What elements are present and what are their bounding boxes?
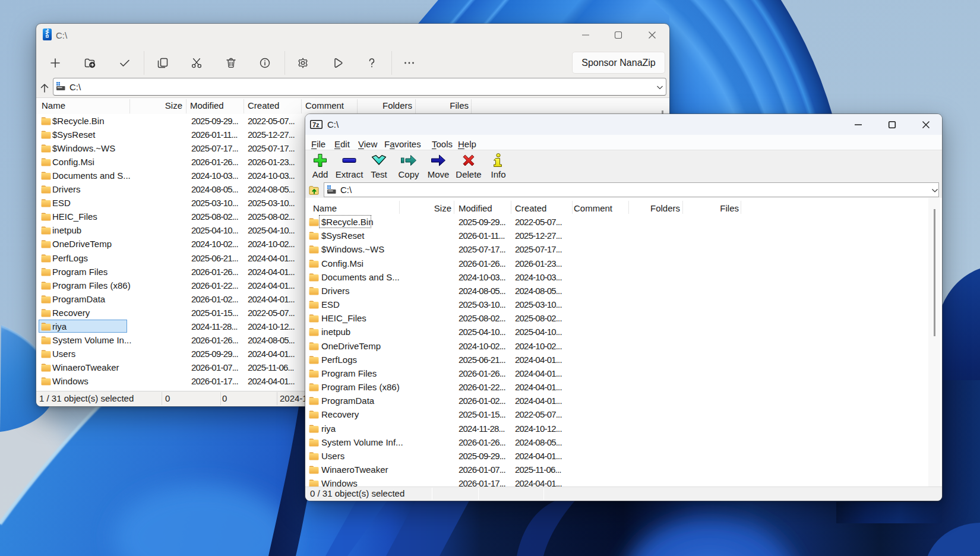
svg-text:7z: 7z — [312, 121, 320, 128]
